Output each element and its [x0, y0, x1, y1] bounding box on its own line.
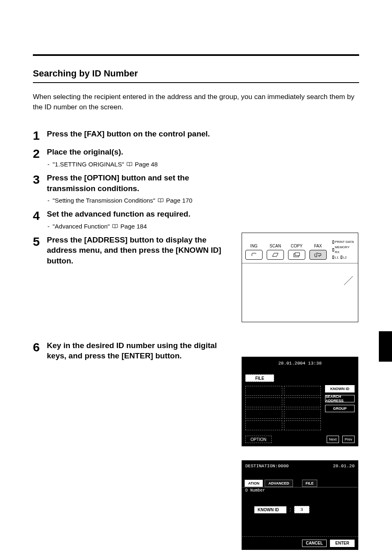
header-date: 28.01.20 [333, 461, 355, 471]
file-tab: FILE [245, 374, 274, 382]
led-icon [332, 256, 334, 259]
section-heading: Searching by ID Number [33, 68, 359, 79]
page-ref: Page 184 [120, 223, 147, 230]
tab-row: ATION ADVANCED FILE [242, 471, 358, 487]
copy-icon [293, 252, 300, 257]
page: Searching by ID Number When selecting th… [0, 54, 392, 554]
led-icon [332, 248, 334, 252]
step-number: 3 [33, 173, 47, 186]
step-title: Place the original(s). [47, 147, 226, 157]
figure-control-panel: ING SCAN COPY FAX [242, 233, 358, 322]
panel-button-row: ING SCAN COPY FAX [242, 233, 358, 263]
svg-rect-1 [295, 253, 300, 256]
bullet: - [47, 197, 50, 204]
option-button: OPTION [245, 436, 272, 443]
grid-cell [284, 386, 321, 396]
indicator-label: L1 [335, 255, 339, 260]
bullet: - [47, 223, 50, 230]
file-tab: FILE [302, 480, 318, 487]
step-title: Press the [OPTION] button and set the tr… [47, 173, 226, 194]
known-id-value: 3 [294, 506, 309, 513]
diagonal-line [344, 274, 355, 285]
ref-text: "1.SETTING ORIGINALS" [53, 161, 124, 168]
known-id-button: KNOWN ID [325, 385, 355, 392]
step-title: Key in the desired ID number using the d… [47, 340, 226, 361]
grid-cell [284, 409, 321, 419]
cross-reference: - "Setting the Transmission Conditions" … [47, 197, 226, 204]
search-address-button: SEARCH ADDRESS [325, 395, 355, 402]
panel-key [288, 250, 305, 260]
prev-button: Prev [342, 436, 355, 443]
step-3: 3 Press the [OPTION] button and set the … [33, 173, 226, 204]
ref-text: "Advanced Function" [53, 223, 110, 230]
grid-cell [245, 420, 282, 430]
screen-body: FILE KNOWN ID SEARCH ADDRESS GROUP [242, 369, 358, 433]
step-number: 6 [33, 341, 47, 353]
step-2: 2 Place the original(s). - "1.SETTING OR… [33, 147, 226, 168]
cross-reference: - "Advanced Function" Page 184 [47, 223, 226, 230]
book-open-icon [112, 224, 118, 229]
book-open-icon [127, 162, 132, 166]
known-id-label: KNOWN ID [254, 506, 286, 513]
step-4: 4 Set the advanced function as required.… [33, 209, 226, 230]
step-1: 1 Press the [FAX] button on the control … [33, 129, 226, 142]
intro-paragraph: When selecting the recipient entered in … [33, 92, 359, 112]
panel-label: ING [250, 244, 258, 248]
step-title: Set the advanced function as required. [47, 209, 226, 219]
screen-timestamp: 28.01.2004 13:38 [242, 357, 358, 369]
panel-key [309, 250, 327, 260]
top-rule [33, 54, 359, 56]
indicator-label: PRINT DATA [335, 240, 354, 244]
screen-header: DESTINATION:0000 28.01.20 [242, 461, 358, 471]
fax-icon [314, 252, 322, 258]
step-5: 5 Press the [ADDRESS] button to display … [33, 235, 226, 266]
figure-known-id-screen: DESTINATION:0000 28.01.20 ATION ADVANCED… [242, 460, 358, 550]
indicator-label: MEMORY RX [335, 245, 355, 254]
known-id-row: KNOWN ID : 3 [254, 506, 358, 513]
panel-key [267, 250, 284, 260]
cancel-button: CANCEL [302, 540, 327, 547]
heading-rule [33, 82, 359, 83]
side-buttons: KNOWN ID SEARCH ADDRESS GROUP [325, 385, 355, 412]
step-number: 5 [33, 235, 47, 248]
panel-indicators: PRINT DATA MEMORY RX L1 L2 [332, 240, 355, 260]
ation-tab: ATION [244, 480, 263, 487]
book-open-icon [158, 198, 164, 203]
page-edge-tab [379, 331, 392, 362]
bullet: - [47, 161, 50, 168]
led-icon [341, 256, 342, 259]
panel-key [245, 250, 263, 260]
panel-ing-button: ING [245, 244, 263, 260]
scan-icon [272, 252, 279, 257]
destination-label: DESTINATION:0000 [245, 461, 289, 471]
colon: : [290, 507, 291, 512]
panel-fax-button: FAX [309, 244, 327, 260]
next-button: Next [327, 436, 339, 443]
panel-label: SCAN [270, 244, 281, 248]
address-grid [245, 386, 321, 430]
panel-label: COPY [291, 244, 302, 248]
step-number: 2 [33, 148, 47, 160]
grid-cell [284, 420, 321, 430]
step-title: Press the [ADDRESS] button to display th… [47, 235, 226, 266]
indicator-label: L2 [343, 255, 347, 260]
panel-scan-button: SCAN [267, 244, 284, 260]
step-6: 6 Key in the desired ID number using the… [33, 340, 226, 361]
screen-footer: CANCEL ENTER [242, 536, 358, 549]
grid-cell [284, 397, 321, 407]
figure-address-menu-screen: 28.01.2004 13:38 FILE KNOWN ID SEARCH AD… [242, 357, 358, 446]
ref-text: "Setting the Transmission Conditions" [53, 197, 155, 204]
grid-cell [245, 409, 282, 419]
panel-copy-button: COPY [288, 244, 305, 260]
page-ref: Page 48 [135, 161, 158, 168]
grid-cell [245, 386, 282, 396]
enter-button: ENTER [330, 540, 355, 547]
clip-icon [251, 253, 257, 257]
panel-label: FAX [314, 244, 322, 248]
page-ref: Page 170 [166, 197, 192, 204]
step-title: Press the [FAX] button on the control pa… [47, 129, 226, 139]
step-number: 1 [33, 129, 47, 142]
cross-reference: - "1.SETTING ORIGINALS" Page 48 [47, 161, 226, 168]
subtitle: D Number [242, 487, 358, 494]
led-icon [332, 240, 334, 244]
